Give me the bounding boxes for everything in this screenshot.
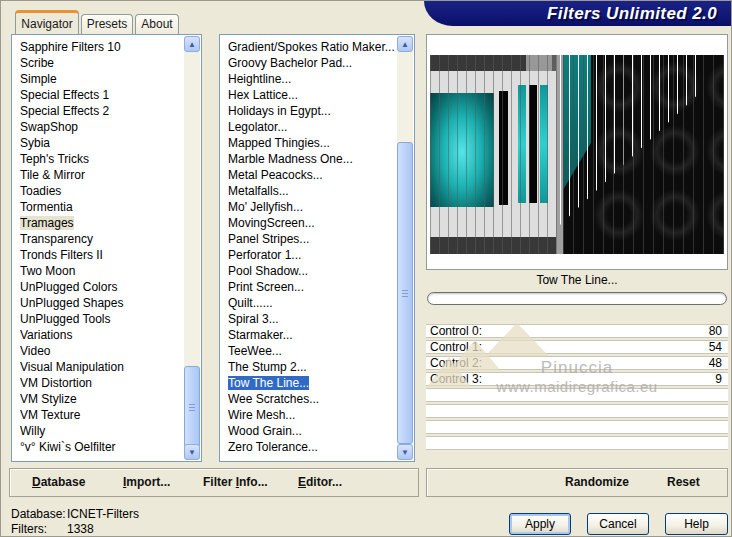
filter-item[interactable]: Wire Mesh... xyxy=(220,407,397,423)
label-part: Filter xyxy=(203,475,236,489)
category-item[interactable]: Special Effects 1 xyxy=(12,87,184,103)
filter-info-button[interactable]: Filter Info... xyxy=(203,469,268,496)
filter-item[interactable]: Groovy Bachelor Pad... xyxy=(220,55,397,71)
category-item[interactable]: Tronds Filters II xyxy=(12,247,184,263)
filters-unlimited-dialog: Filters Unlimited 2.0 Navigator Presets … xyxy=(0,0,732,537)
filter-item[interactable]: Metalfalls... xyxy=(220,183,397,199)
filter-item[interactable]: Quilt...... xyxy=(220,295,397,311)
filter-item[interactable]: Starmaker... xyxy=(220,327,397,343)
category-item[interactable]: Scribe xyxy=(12,55,184,71)
preview-layer xyxy=(563,55,724,254)
category-item[interactable]: UnPlugged Colors xyxy=(12,279,184,295)
category-list: Sapphire Filters 10ScribeSimpleSpecial E… xyxy=(12,36,184,460)
preview-progress-bar xyxy=(427,292,727,305)
filter-item[interactable]: Legolator... xyxy=(220,119,397,135)
control-value: 54 xyxy=(709,341,722,354)
filter-item[interactable]: Mo' Jellyfish... xyxy=(220,199,397,215)
category-item[interactable]: VM Stylize xyxy=(12,391,184,407)
command-bar-left: Database Import... Filter Info... Editor… xyxy=(9,468,419,497)
scroll-up-icon[interactable]: ▲ xyxy=(184,36,200,52)
category-item[interactable]: UnPlugged Shapes xyxy=(12,295,184,311)
filter-item[interactable]: Heightline... xyxy=(220,71,397,87)
filter-item[interactable]: Wee Scratches... xyxy=(220,391,397,407)
reset-button[interactable]: Reset xyxy=(667,469,700,496)
category-item[interactable]: Visual Manipulation xyxy=(12,359,184,375)
label-part: E xyxy=(298,475,306,489)
filter-item[interactable]: Perforator 1... xyxy=(220,247,397,263)
category-item[interactable]: Two Moon xyxy=(12,263,184,279)
filter-list: Gradient/Spokes Ratio Maker...Groovy Bac… xyxy=(220,36,397,460)
category-scrollbar[interactable]: ▲ ▼ xyxy=(184,36,200,460)
category-item[interactable]: Tormentia xyxy=(12,199,184,215)
control-row-empty xyxy=(426,420,728,434)
filter-item[interactable]: Print Screen... xyxy=(220,279,397,295)
scroll-down-icon[interactable]: ▼ xyxy=(397,444,413,460)
scrollbar-thumb[interactable] xyxy=(397,142,413,444)
import-button[interactable]: Import... xyxy=(123,469,170,496)
control-label: Control 0: xyxy=(430,325,482,338)
category-item[interactable]: Sapphire Filters 10 xyxy=(12,39,184,55)
preview-layer xyxy=(430,55,563,254)
database-button[interactable]: Database xyxy=(32,469,85,496)
filter-item[interactable]: TeeWee... xyxy=(220,343,397,359)
filter-item[interactable]: Tow The Line... xyxy=(220,375,397,391)
filter-item[interactable]: Mapped Thingies... xyxy=(220,135,397,151)
filter-item[interactable]: Marble Madness One... xyxy=(220,151,397,167)
filter-item[interactable]: Metal Peacocks... xyxy=(220,167,397,183)
label-part: atabase xyxy=(41,475,86,489)
randomize-button[interactable]: Randomize xyxy=(565,469,629,496)
filter-item[interactable]: The Stump 2... xyxy=(220,359,397,375)
filter-listbox: Gradient/Spokes Ratio Maker...Groovy Bac… xyxy=(219,34,415,462)
filter-item[interactable]: Hex Lattice... xyxy=(220,87,397,103)
database-status-value: ICNET-Filters xyxy=(67,507,139,521)
label-part: mport... xyxy=(126,475,170,489)
filters-count-label: Filters: xyxy=(11,522,47,536)
category-item[interactable]: Sybia xyxy=(12,135,184,151)
control-row[interactable]: Control 1:54 xyxy=(426,340,728,354)
category-item[interactable]: Transparency xyxy=(12,231,184,247)
app-title: Filters Unlimited 2.0 xyxy=(547,4,717,24)
tab-navigator[interactable]: Navigator xyxy=(15,10,79,34)
cancel-button[interactable]: Cancel xyxy=(587,513,649,535)
tab-about[interactable]: About xyxy=(135,14,179,34)
apply-button[interactable]: Apply xyxy=(509,513,571,535)
filter-item[interactable]: Panel Stripes... xyxy=(220,231,397,247)
filter-item[interactable]: Spiral 3... xyxy=(220,311,397,327)
category-item[interactable]: Toadies xyxy=(12,183,184,199)
editor-button[interactable]: Editor... xyxy=(298,469,342,496)
filter-item[interactable]: Pool Shadow... xyxy=(220,263,397,279)
category-item[interactable]: Special Effects 2 xyxy=(12,103,184,119)
filter-scrollbar[interactable]: ▲ ▼ xyxy=(397,36,413,460)
database-status-label: Database: xyxy=(11,507,66,521)
filter-item[interactable]: Holidays in Egypt... xyxy=(220,103,397,119)
category-item[interactable]: Willy xyxy=(12,423,184,439)
category-item[interactable]: Tile & Mirror xyxy=(12,167,184,183)
filter-item[interactable]: Wood Grain... xyxy=(220,423,397,439)
category-item[interactable]: Tramages xyxy=(12,215,184,231)
filter-item[interactable]: MovingScreen... xyxy=(220,215,397,231)
label-part: ditor... xyxy=(306,475,342,489)
category-item[interactable]: VM Texture xyxy=(12,407,184,423)
scrollbar-thumb[interactable] xyxy=(184,366,200,448)
help-button[interactable]: Help xyxy=(665,513,728,535)
preview-image xyxy=(430,55,724,254)
tab-presets[interactable]: Presets xyxy=(81,14,133,34)
category-item[interactable]: VM Distortion xyxy=(12,375,184,391)
label-part: nfo... xyxy=(239,475,268,489)
filter-item[interactable]: Gradient/Spokes Ratio Maker... xyxy=(220,39,397,55)
control-row[interactable]: Control 3:9 xyxy=(426,372,728,386)
control-row-empty xyxy=(426,404,728,418)
control-row[interactable]: Control 2:48 xyxy=(426,356,728,370)
scroll-down-icon[interactable]: ▼ xyxy=(184,444,200,460)
category-item[interactable]: Video xyxy=(12,343,184,359)
category-item[interactable]: Teph's Tricks xyxy=(12,151,184,167)
filter-item[interactable]: Zero Tolerance... xyxy=(220,439,397,455)
category-item[interactable]: Simple xyxy=(12,71,184,87)
control-value: 80 xyxy=(709,325,722,338)
category-item[interactable]: SwapShop xyxy=(12,119,184,135)
category-item[interactable]: Variations xyxy=(12,327,184,343)
control-row[interactable]: Control 0:80 xyxy=(426,324,728,338)
category-item[interactable]: UnPlugged Tools xyxy=(12,311,184,327)
scroll-up-icon[interactable]: ▲ xyxy=(397,36,413,52)
category-item[interactable]: °v° Kiwi`s Oelfilter xyxy=(12,439,184,455)
